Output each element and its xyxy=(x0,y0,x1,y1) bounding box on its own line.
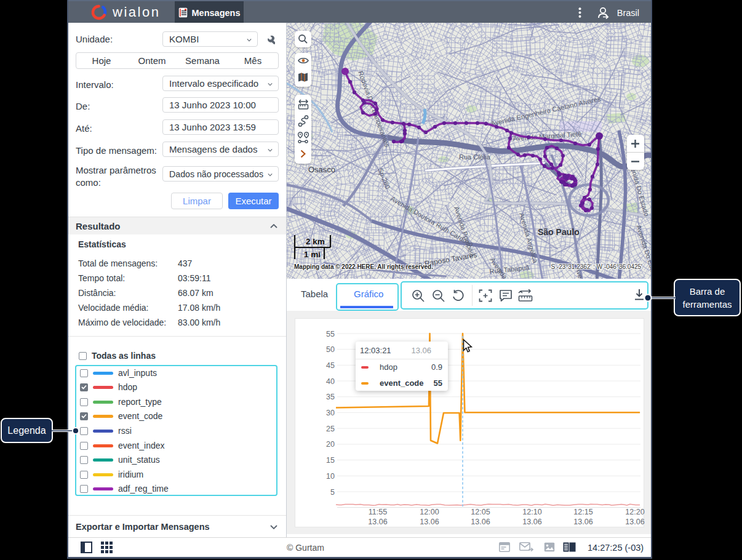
svg-text:13.06: 13.06 xyxy=(420,518,439,526)
svg-text:35: 35 xyxy=(326,393,335,401)
svg-text:12:15: 12:15 xyxy=(573,508,592,516)
svg-text:5: 5 xyxy=(330,488,335,497)
svg-text:Rua Clélia: Rua Clélia xyxy=(459,153,491,161)
svg-text:12:05: 12:05 xyxy=(471,508,490,516)
svg-text:13.06: 13.06 xyxy=(368,518,387,526)
svg-text:1 mi: 1 mi xyxy=(304,250,321,259)
svg-text:São Paulo: São Paulo xyxy=(538,227,580,237)
svg-text:15: 15 xyxy=(326,456,335,465)
svg-text:55: 55 xyxy=(326,330,335,338)
svg-text:25: 25 xyxy=(326,425,335,433)
svg-text:13.06: 13.06 xyxy=(522,518,541,526)
svg-text:40: 40 xyxy=(326,377,335,386)
svg-text:30: 30 xyxy=(326,409,335,417)
svg-text:10: 10 xyxy=(326,472,335,481)
svg-text:12:00: 12:00 xyxy=(420,508,439,516)
svg-text:13.06: 13.06 xyxy=(573,518,592,526)
svg-text:13.06: 13.06 xyxy=(471,518,490,526)
svg-text:20: 20 xyxy=(326,440,335,449)
svg-text:12:20: 12:20 xyxy=(625,508,644,516)
svg-text:13.06: 13.06 xyxy=(625,518,644,526)
svg-text:50: 50 xyxy=(326,345,335,354)
svg-text:45: 45 xyxy=(326,361,335,370)
svg-text:11:55: 11:55 xyxy=(369,508,387,516)
svg-text:2 km: 2 km xyxy=(306,237,325,246)
svg-text:12:10: 12:10 xyxy=(522,508,541,516)
svg-text:Osasco: Osasco xyxy=(308,165,335,174)
